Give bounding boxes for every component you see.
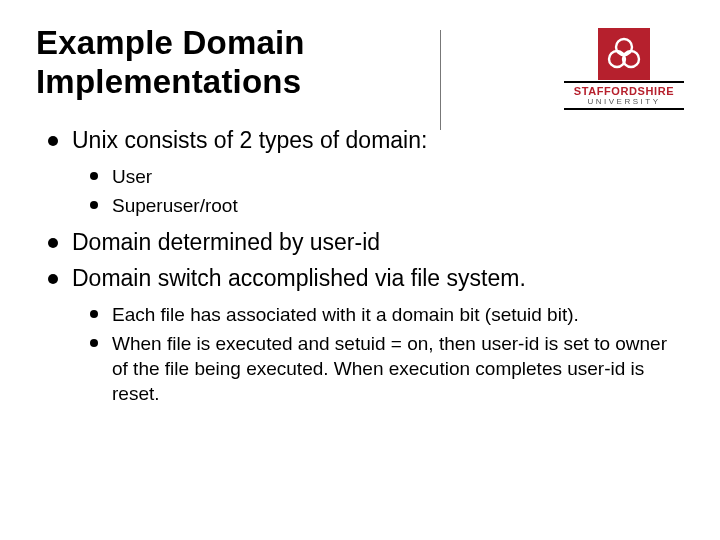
logo-text: STAFFORDSHIRE UNIVERSITY <box>564 81 684 110</box>
sub-list: Each file has associated with it a domai… <box>72 302 684 406</box>
list-item: User <box>90 164 684 189</box>
list-item: Domain determined by user-id <box>48 228 684 258</box>
bullet-text: User <box>112 166 152 187</box>
list-item: When file is executed and setuid = on, t… <box>90 331 684 406</box>
title-divider <box>440 30 441 130</box>
svg-point-0 <box>616 39 632 55</box>
bullet-text: When file is executed and setuid = on, t… <box>112 333 667 404</box>
logo-sub: UNIVERSITY <box>564 98 684 106</box>
bullet-text: Superuser/root <box>112 195 238 216</box>
list-item: Unix consists of 2 types of domain: User… <box>48 126 684 218</box>
header-row: Example Domain Implementations STAFFORDS… <box>36 24 684 110</box>
sub-list: User Superuser/root <box>72 164 684 218</box>
bullet-list: Unix consists of 2 types of domain: User… <box>36 126 684 406</box>
slide-title: Example Domain Implementations <box>36 24 456 102</box>
university-logo: STAFFORDSHIRE UNIVERSITY <box>564 28 684 110</box>
bullet-text: Domain switch accomplished via file syst… <box>72 265 526 291</box>
logo-name: STAFFORDSHIRE <box>564 86 684 98</box>
bullet-text: Each file has associated with it a domai… <box>112 304 579 325</box>
knot-icon <box>598 28 650 80</box>
bullet-text: Unix consists of 2 types of domain: <box>72 127 427 153</box>
list-item: Domain switch accomplished via file syst… <box>48 264 684 406</box>
list-item: Superuser/root <box>90 193 684 218</box>
bullet-text: Domain determined by user-id <box>72 229 380 255</box>
list-item: Each file has associated with it a domai… <box>90 302 684 327</box>
